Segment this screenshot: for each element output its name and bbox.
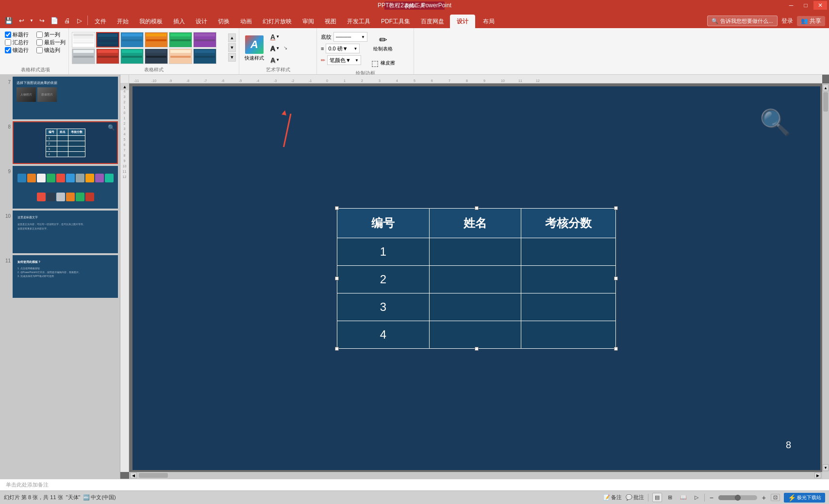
handle-bottom-left[interactable] xyxy=(335,347,339,351)
text-outline-dropdown[interactable]: ▼ xyxy=(276,46,280,50)
tab-file[interactable]: 文件 xyxy=(90,15,111,28)
tab-animations[interactable]: 动画 xyxy=(235,15,257,28)
tab-design[interactable]: 设计 xyxy=(191,15,212,28)
handle-top-center[interactable] xyxy=(475,206,479,210)
text-fill-dropdown[interactable]: ▼ xyxy=(276,34,280,39)
canvas-scrollbar-h[interactable]: ◀ ▶ xyxy=(129,472,822,479)
tab-mytemplate[interactable]: 我的模板 xyxy=(134,15,167,28)
table-cell-3-2[interactable] xyxy=(521,321,616,348)
canvas-scrollbar-v[interactable]: ▲ ▼ xyxy=(822,83,829,472)
table-styles-more[interactable]: ▼ xyxy=(228,53,236,62)
tab-home[interactable]: 开始 xyxy=(112,15,133,28)
table-cell-2-2[interactable] xyxy=(521,293,616,321)
table-style-10[interactable] xyxy=(145,49,168,64)
table-styles-scroll-up[interactable]: ▲ xyxy=(228,33,236,42)
table-header-2[interactable]: 考核分数 xyxy=(521,208,616,238)
slide-thumbnail-10[interactable]: 10 这里是标题文字 这里是正文内容，可以写一些说明文字，也可以加上图片等等。 … xyxy=(2,211,118,253)
line-style-dropdown[interactable]: ──── ▼ xyxy=(333,32,367,42)
table-cell-3-1[interactable] xyxy=(429,321,521,348)
save-qat-button[interactable]: 💾 xyxy=(3,15,15,26)
checkbox-last-col[interactable]: 最后一列 xyxy=(36,39,66,46)
scroll-up-button[interactable]: ▲ xyxy=(120,83,129,90)
checkbox-banded-rows[interactable]: 镶边行 xyxy=(5,47,29,54)
text-fill-button[interactable]: A ▼ xyxy=(268,32,282,42)
table-style-11[interactable] xyxy=(169,49,192,64)
table-cell-2-1[interactable] xyxy=(429,293,521,321)
tab-transitions[interactable]: 切换 xyxy=(213,15,234,28)
print-button[interactable]: 🖨 xyxy=(61,15,73,26)
login-button[interactable]: 登录 xyxy=(781,17,793,25)
presenter-button[interactable]: ▷ xyxy=(74,15,85,26)
notes-button[interactable]: 📝 备注 xyxy=(603,494,622,501)
minimize-button[interactable]: ─ xyxy=(784,1,798,10)
table-cell-0-2[interactable] xyxy=(521,238,616,265)
tab-table-design[interactable]: 设计 xyxy=(450,15,475,28)
table-container[interactable]: 编号 姓名 考核分数 1 2 xyxy=(337,208,616,349)
normal-view-button[interactable]: ▤ xyxy=(652,493,662,502)
save-file-button[interactable]: 📄 xyxy=(49,15,60,26)
table-cell-3-0[interactable]: 4 xyxy=(337,321,430,348)
text-effects-dropdown[interactable]: ▼ xyxy=(276,58,280,62)
redo-qat-button[interactable]: ↪ xyxy=(36,15,48,26)
wordart-expand-button[interactable]: ↘ xyxy=(283,45,287,50)
handle-middle-right[interactable] xyxy=(614,276,618,280)
tab-devtools[interactable]: 开发工具 xyxy=(342,15,375,28)
table-style-9[interactable] xyxy=(120,49,144,64)
pen-color-dropdown[interactable]: 笔颜色▼ ▼ xyxy=(327,55,361,65)
table-header-1[interactable]: 姓名 xyxy=(429,208,521,238)
quick-styles-button[interactable]: A 快速样式 xyxy=(242,33,266,64)
slide-sorter-button[interactable]: ⊞ xyxy=(666,493,674,502)
tab-view[interactable]: 视图 xyxy=(320,15,341,28)
text-effects-button[interactable]: A ▼ xyxy=(268,55,282,65)
notes-bar[interactable]: 单击此处添加备注 xyxy=(0,479,829,490)
text-outline-button[interactable]: A ▼ xyxy=(268,43,282,54)
slide-thumbnail-8[interactable]: 8 🔍 编号 姓名 考核分数 1 xyxy=(2,121,118,164)
scroll-left-arrow[interactable]: ◀ xyxy=(130,472,137,478)
scroll-up-arrow[interactable]: ▲ xyxy=(823,84,829,91)
tab-pdftools[interactable]: PDF工具集 xyxy=(376,15,415,28)
tab-slideshow[interactable]: 幻灯片放映 xyxy=(258,15,297,28)
checkbox-banded-cols[interactable]: 镶边列 xyxy=(36,47,66,54)
table-cell-1-2[interactable] xyxy=(521,265,616,293)
scroll-thumb-v[interactable] xyxy=(823,92,828,112)
table-cell-1-0[interactable]: 2 xyxy=(337,265,430,293)
table-style-blue-dark[interactable] xyxy=(96,32,119,48)
table-style-6[interactable] xyxy=(193,32,216,48)
checkbox-header-row[interactable]: 标题行 xyxy=(5,31,29,38)
table-style-4[interactable] xyxy=(145,32,168,48)
table-cell-0-1[interactable] xyxy=(429,238,521,265)
tab-table-layout[interactable]: 布局 xyxy=(476,15,501,28)
slide-thumbnail-11[interactable]: 11 如何使用此模板？ 1. 点击使用模板按钮 2. 在PowerPoint中打… xyxy=(2,255,118,298)
slide-table[interactable]: 编号 姓名 考核分数 1 2 xyxy=(337,208,616,349)
tab-insert[interactable]: 插入 xyxy=(168,15,190,28)
table-style-7[interactable] xyxy=(72,49,95,64)
handle-middle-left[interactable] xyxy=(335,276,339,280)
scroll-thumb-h[interactable] xyxy=(139,473,168,478)
comments-button[interactable]: 💬 批注 xyxy=(626,494,644,501)
scroll-down-arrow[interactable]: ▼ xyxy=(823,464,829,471)
eraser-button[interactable]: ⬚ 橡皮擦 xyxy=(370,56,396,70)
undo-dropdown-button[interactable]: ▼ xyxy=(28,15,35,26)
table-cell-2-0[interactable]: 3 xyxy=(337,293,430,321)
share-button[interactable]: 👥 共享 xyxy=(797,16,825,26)
zoom-out-button[interactable]: − xyxy=(709,494,714,502)
tab-review[interactable]: 审阅 xyxy=(298,15,319,28)
reading-view-button[interactable]: 📖 xyxy=(678,493,689,502)
fit-to-window-button[interactable]: ⊡ xyxy=(771,494,780,501)
undo-qat-button[interactable]: ↩ xyxy=(16,15,27,26)
line-weight-dropdown[interactable]: 0.0 磅▼ ▼ xyxy=(326,44,360,53)
handle-bottom-center[interactable] xyxy=(475,347,479,351)
table-style-5[interactable] xyxy=(169,32,192,48)
slide-thumbnail-9[interactable]: 9 xyxy=(2,166,118,209)
checkbox-first-col[interactable]: 第一列 xyxy=(36,31,66,38)
handle-bottom-right[interactable] xyxy=(614,347,618,351)
handle-top-left[interactable] xyxy=(335,206,339,210)
table-style-12[interactable] xyxy=(193,49,216,64)
tab-baidunetdisk[interactable]: 百度网盘 xyxy=(416,15,449,28)
table-style-3[interactable] xyxy=(120,32,144,48)
restore-button[interactable]: □ xyxy=(799,1,812,10)
draw-table-button[interactable]: ✏ 绘制表格 xyxy=(370,33,396,53)
table-header-0[interactable]: 编号 xyxy=(337,208,430,238)
table-cell-0-0[interactable]: 1 xyxy=(337,238,430,265)
close-button[interactable]: ✕ xyxy=(813,1,827,10)
